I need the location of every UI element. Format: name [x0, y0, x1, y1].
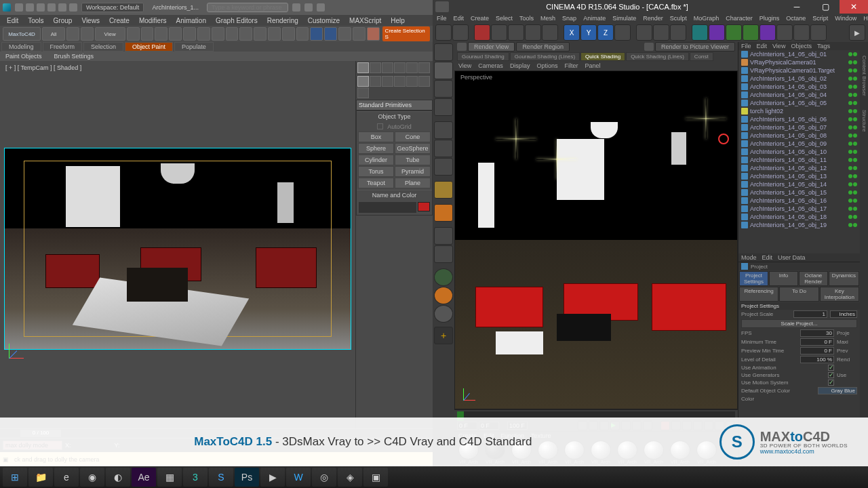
attr-tab-project-settings[interactable]: Project Settings — [739, 271, 768, 286]
obj-menu-file[interactable]: File — [741, 43, 751, 49]
tree-row[interactable]: ArchInteriors_14_05_obj_08 — [738, 131, 860, 140]
menu-group[interactable]: Group — [54, 17, 73, 24]
c4d-menu-octane[interactable]: Octane — [786, 15, 806, 22]
menu-views[interactable]: Views — [81, 17, 100, 24]
tree-row[interactable]: ArchInteriors_14_05_obj_16 — [738, 197, 860, 205]
snap-icon[interactable] — [183, 27, 196, 41]
prim-sphere[interactable]: Sphere — [358, 143, 394, 154]
workspace-dropdown[interactable]: Workspace: Default — [81, 3, 144, 12]
texture-mode-icon[interactable] — [434, 80, 453, 98]
tree-row[interactable]: ArchInteriors_14_05_obj_02 — [738, 75, 860, 83]
use-anim-checkbox[interactable] — [828, 365, 834, 371]
scale-unit-dropdown[interactable]: Inches — [830, 310, 857, 318]
fps-input[interactable]: 30 — [800, 329, 834, 337]
c4d-menu-edit[interactable]: Edit — [454, 15, 465, 22]
render-dot[interactable] — [853, 166, 857, 170]
camera-icon[interactable] — [793, 24, 810, 41]
select-icon[interactable] — [169, 27, 182, 41]
obj-menu-edit[interactable]: Edit — [757, 43, 768, 49]
vp-menu-filter[interactable]: Filter — [564, 62, 578, 69]
prim-box[interactable]: Box — [358, 131, 394, 142]
menu-create[interactable]: Create — [109, 17, 130, 24]
c4d-menu-animate[interactable]: Animate — [583, 15, 606, 22]
render-dot[interactable] — [853, 109, 857, 113]
all-dropdown[interactable]: All — [42, 27, 65, 41]
attr-tab-to-do[interactable]: To Do — [779, 287, 818, 302]
render-dot[interactable] — [853, 125, 857, 129]
obj-menu-view[interactable]: View — [772, 43, 785, 49]
render-dot[interactable] — [853, 215, 857, 219]
coord-system-icon[interactable] — [614, 24, 631, 41]
use-gen-checkbox[interactable] — [828, 372, 834, 378]
workplane-icon[interactable] — [434, 98, 453, 116]
transform-icon[interactable] — [81, 27, 94, 41]
obj-menu-tags[interactable]: Tags — [817, 43, 830, 49]
ribbon-tab-freeform[interactable]: Freeform — [43, 42, 83, 52]
c4d-menu-create[interactable]: Create — [471, 15, 489, 22]
c4d-menu-render[interactable]: Render — [643, 15, 663, 22]
visibility-dot[interactable] — [848, 101, 852, 105]
cube-primitive-icon[interactable] — [692, 24, 708, 41]
visibility-dot[interactable] — [848, 109, 852, 113]
qat-open-icon[interactable] — [26, 3, 34, 12]
render-dot[interactable] — [853, 101, 857, 105]
c4d-menu-plugins[interactable]: Plugins — [760, 15, 780, 22]
hierarchy-tab-icon[interactable] — [382, 62, 393, 73]
y-axis-lock-icon[interactable]: Y — [580, 24, 597, 41]
ribbon-tab-populate[interactable]: Populate — [174, 42, 214, 52]
tree-row[interactable]: ArchInteriors_14_05_obj_03 — [738, 83, 860, 91]
prim-cylinder[interactable]: Cylinder — [358, 155, 394, 165]
obj-menu-objects[interactable]: Objects — [791, 43, 812, 49]
plugins-icon-a[interactable] — [434, 268, 453, 286]
ribbon-tab-object-paint[interactable]: Object Paint — [125, 42, 173, 52]
align-icon[interactable] — [268, 27, 281, 41]
task-app2-icon[interactable]: ◎ — [312, 468, 336, 487]
c4d-menu-simulate[interactable]: Simulate — [612, 15, 636, 22]
tree-row[interactable]: ArchInteriors_14_05_obj_12 — [738, 164, 860, 172]
visibility-dot[interactable] — [848, 142, 852, 146]
c4d-menu-character[interactable]: Character — [726, 15, 753, 22]
autogrid-checkbox[interactable]: AutoGrid — [358, 123, 431, 131]
visibility-dot[interactable] — [848, 182, 852, 186]
menu-graph-editors[interactable]: Graph Editors — [216, 17, 258, 24]
subdivision-icon[interactable] — [743, 24, 759, 41]
move-icon[interactable] — [127, 27, 140, 41]
visibility-dot[interactable] — [848, 77, 852, 81]
render-dot[interactable] — [853, 134, 857, 138]
menu-maxscript[interactable]: MAXScript — [349, 17, 381, 24]
systems-icon[interactable] — [357, 87, 369, 98]
attr-tab-dynamics[interactable]: Dynamics — [829, 271, 859, 286]
minimize-button[interactable]: ─ — [783, 0, 811, 14]
vp-menu-display[interactable]: Display — [510, 62, 530, 69]
point-mode-icon[interactable] — [434, 121, 453, 139]
visibility-dot[interactable] — [848, 158, 852, 162]
display-tab-icon[interactable] — [406, 62, 418, 73]
task-explorer-icon[interactable]: 📁 — [28, 468, 53, 487]
c4d-menu-script[interactable]: Script — [812, 15, 828, 22]
tree-row[interactable]: ArchInteriors_14_05_obj_10 — [738, 148, 860, 156]
c4d-menu-window[interactable]: Window — [835, 15, 856, 22]
render-dot[interactable] — [853, 190, 857, 195]
task-ie-icon[interactable]: e — [54, 468, 79, 487]
environment-icon[interactable] — [776, 24, 793, 41]
redo-icon[interactable] — [452, 24, 469, 41]
render-frame-icon[interactable] — [353, 27, 366, 41]
shapes-icon[interactable] — [370, 76, 381, 87]
z-axis-lock-icon[interactable]: Z — [597, 24, 614, 41]
motion-tab-icon[interactable] — [394, 62, 406, 73]
visibility-dot[interactable] — [848, 174, 852, 178]
render-dot[interactable] — [853, 52, 857, 56]
x-axis-lock-icon[interactable]: X — [564, 24, 580, 41]
cameras-icon[interactable] — [394, 76, 406, 87]
plugins-icon-c[interactable] — [434, 305, 453, 323]
render-view-icon[interactable] — [636, 24, 652, 41]
live-select-icon[interactable] — [474, 24, 490, 41]
spacewarps-icon[interactable] — [418, 76, 430, 87]
attr-menu-edit[interactable]: Edit — [762, 254, 773, 261]
prevtime-input[interactable]: 0 F — [800, 347, 834, 354]
render-dot[interactable] — [853, 85, 857, 89]
angle-snap-icon[interactable] — [197, 27, 210, 41]
move-icon[interactable] — [491, 24, 507, 41]
prim-tube[interactable]: Tube — [395, 155, 431, 165]
render-pv-tab[interactable]: Render to Picture Viewer — [655, 42, 735, 52]
